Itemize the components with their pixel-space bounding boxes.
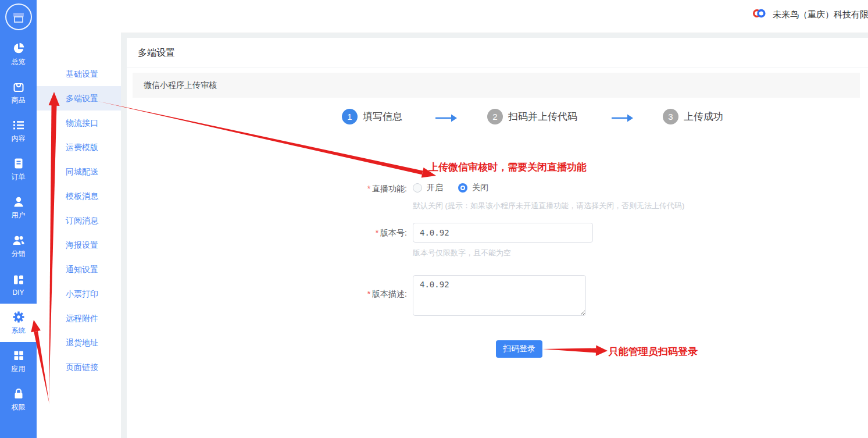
order-document-icon [12, 156, 26, 170]
primary-sidebar: 总览 商品 内容 订单 [0, 0, 37, 438]
version-hint: 版本号仅限数字，且不能为空 [413, 248, 511, 258]
sidebar-item-content[interactable]: 内容 [0, 112, 37, 150]
pie-chart-icon [12, 41, 26, 55]
submenu-item-multi-terminal-settings[interactable]: 多端设置 [37, 86, 121, 111]
step-arrow-icon [435, 113, 458, 123]
live-function-hint: 默认关闭 (提示：如果该小程序未开通直播功能，请选择关闭，否则无法上传代码) [413, 201, 684, 211]
submenu-item-remote-attachment[interactable]: 远程附件 [37, 306, 121, 330]
submenu-item-page-links[interactable]: 页面链接 [37, 355, 121, 379]
grid-icon [12, 348, 26, 362]
settings-submenu: 基础设置 多端设置 物流接口 运费模版 同城配送 模板消息 订阅消息 海报设置 … [37, 0, 121, 438]
settings-card: 多端设置 微信小程序上传审核 1 填写信息 2 扫码并上传代码 3 上传成功 [127, 38, 868, 438]
annotation-live-note: 上传微信审核时，需要关闭直播功能 [428, 161, 587, 174]
description-label: *版本描述: [278, 289, 407, 300]
app-logo[interactable] [0, 0, 37, 34]
sidebar-item-goods[interactable]: 商品 [0, 73, 37, 112]
layout-icon [12, 273, 26, 287]
submenu-item-basic-settings[interactable]: 基础设置 [37, 62, 121, 86]
step-scan-upload: 2 扫码并上传代码 [487, 109, 577, 124]
page-title: 多端设置 [127, 38, 868, 67]
sidebar-item-permissions[interactable]: 权限 [0, 380, 37, 419]
step-number: 1 [342, 109, 358, 124]
gear-icon [12, 310, 26, 324]
step-fill-info: 1 填写信息 [342, 109, 402, 124]
live-function-label: *直播功能: [278, 184, 407, 194]
submenu-item-poster-settings[interactable]: 海报设置 [37, 233, 121, 257]
company-logo-icon [752, 8, 766, 21]
required-asterisk: * [367, 184, 370, 193]
sidebar-item-system[interactable]: 系统 [0, 304, 37, 342]
sidebar-item-users[interactable]: 用户 [0, 188, 37, 227]
description-textarea[interactable]: 4.0.92 [413, 275, 586, 316]
radio-on-option[interactable] [413, 183, 422, 193]
annotation-login-note: 只能管理员扫码登录 [609, 345, 698, 358]
primary-nav: 总览 商品 内容 订单 [0, 35, 37, 419]
step-number: 2 [487, 109, 503, 124]
version-label: *版本号: [278, 228, 407, 238]
list-icon [12, 118, 26, 132]
sidebar-item-orders[interactable]: 订单 [0, 150, 37, 188]
page: 总览 商品 内容 订单 [0, 0, 868, 438]
company-account[interactable]: 未来鸟（重庆）科技有限公 [752, 8, 868, 21]
scan-login-button[interactable]: 扫码登录 [496, 340, 542, 358]
submenu-item-city-delivery[interactable]: 同城配送 [37, 159, 121, 184]
step-arrow-icon [611, 113, 634, 123]
submenu-item-template-message[interactable]: 模板消息 [37, 184, 121, 208]
step-number: 3 [663, 109, 678, 124]
version-input[interactable] [413, 223, 593, 243]
submenu-item-subscribe-message[interactable]: 订阅消息 [37, 208, 121, 233]
step-upload-success: 3 上传成功 [663, 109, 723, 124]
company-name: 未来鸟（重庆）科技有限公 [773, 9, 868, 20]
submenu-item-receipt-print[interactable]: 小票打印 [37, 282, 121, 306]
user-icon [12, 195, 26, 209]
submenu-item-return-address[interactable]: 退货地址 [37, 330, 121, 355]
sidebar-item-distribution[interactable]: 分销 [0, 227, 37, 265]
main-area: 多端设置 微信小程序上传审核 1 填写信息 2 扫码并上传代码 3 上传成功 [121, 33, 868, 438]
submenu-item-notify-settings[interactable]: 通知设置 [37, 257, 121, 282]
top-header: 未来鸟门店 未来鸟（重庆）科技有限公 [37, 0, 868, 33]
sidebar-item-diy[interactable]: DIY [0, 265, 37, 304]
sidebar-item-apps[interactable]: 应用 [0, 342, 37, 380]
storefront-icon [5, 3, 32, 30]
shopping-bag-icon [12, 80, 26, 94]
sidebar-item-overview[interactable]: 总览 [0, 35, 37, 73]
submenu-item-freight-template[interactable]: 运费模版 [37, 135, 121, 159]
submenu-item-logistics-api[interactable]: 物流接口 [37, 111, 121, 135]
radio-off-option[interactable] [458, 183, 467, 193]
live-function-radio-group: 开启 关闭 [413, 183, 488, 193]
lock-icon [12, 387, 26, 401]
section-title: 微信小程序上传审核 [133, 73, 860, 98]
users-icon [12, 233, 26, 247]
